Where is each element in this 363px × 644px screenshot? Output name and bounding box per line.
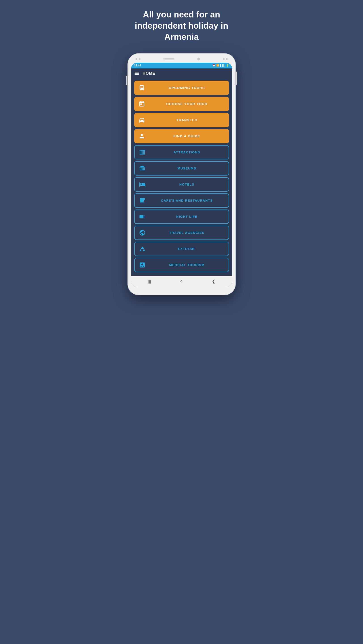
cafe-icon xyxy=(138,196,146,204)
globe-icon xyxy=(138,229,146,237)
nightlife-label: NIGHT LIFE xyxy=(149,215,225,218)
power-button xyxy=(236,72,237,85)
svg-rect-10 xyxy=(140,215,140,216)
bottom-navigation: ||| ○ ❮ xyxy=(131,276,232,287)
svg-rect-1 xyxy=(141,150,141,154)
svg-point-16 xyxy=(142,246,143,247)
hamburger-line xyxy=(135,74,139,75)
travel-agencies-button[interactable]: TRAVEL AGENCIES xyxy=(134,226,229,240)
phone-shell: 22:46 ⏰ 📶 ▌▌▌ 🔋 HOME xyxy=(128,54,235,295)
travel-agencies-label: TRAVEL AGENCIES xyxy=(149,231,225,234)
top-dots xyxy=(136,58,140,60)
extreme-button[interactable]: EXTREME xyxy=(134,242,229,256)
status-time: 22:46 xyxy=(134,64,141,67)
upcoming-tours-label: UPCOMING TOURS xyxy=(148,86,226,90)
hamburger-line xyxy=(135,72,139,72)
transfer-button[interactable]: TRANSFER xyxy=(134,113,229,127)
hotels-button[interactable]: HOTELS xyxy=(134,177,229,192)
svg-point-14 xyxy=(140,249,141,251)
attractions-label: ATTRACTIONS xyxy=(149,150,225,154)
status-bar: 22:46 ⏰ 📶 ▌▌▌ 🔋 xyxy=(131,62,232,68)
wifi-icon: 📶 xyxy=(216,64,219,67)
svg-rect-4 xyxy=(144,150,145,154)
home-button[interactable]: ○ xyxy=(180,279,183,284)
bus-icon xyxy=(138,84,146,92)
hamburger-line xyxy=(135,73,139,74)
svg-rect-11 xyxy=(143,216,145,216)
signal-icon: ▌▌▌ xyxy=(220,64,225,67)
nightlife-button[interactable]: NIGHT LIFE xyxy=(134,210,229,224)
nightlife-icon xyxy=(138,213,146,221)
back-button[interactable]: ❮ xyxy=(212,279,216,284)
battery-icon: 🔋 xyxy=(226,64,229,67)
upcoming-tours-button[interactable]: UPCOMING TOURS xyxy=(134,81,229,95)
cafes-label: CAFE'S AND RESTAURANTS xyxy=(149,199,225,202)
hamburger-menu[interactable] xyxy=(135,72,139,75)
phone-bottom xyxy=(131,287,232,289)
phone-top xyxy=(131,58,232,62)
guide-icon xyxy=(138,132,146,140)
calendar-icon xyxy=(138,100,146,108)
car-icon xyxy=(138,116,146,124)
svg-rect-6 xyxy=(139,154,145,154)
home-icon: ○ xyxy=(180,279,183,284)
cafes-button[interactable]: CAFE'S AND RESTAURANTS xyxy=(134,194,229,208)
choose-your-tour-button[interactable]: CHOOSE YOUR TOUR xyxy=(134,97,229,111)
top-dot xyxy=(226,58,228,60)
find-a-guide-button[interactable]: FIND A GUIDE xyxy=(134,129,229,143)
recent-apps-button[interactable]: ||| xyxy=(148,279,151,284)
medical-tourism-label: MEDICAL TOURISM xyxy=(149,263,225,267)
find-a-guide-label: FIND A GUIDE xyxy=(148,134,226,138)
back-icon: ❮ xyxy=(212,279,216,284)
front-camera xyxy=(197,58,200,60)
hotel-icon xyxy=(138,180,146,188)
columns-icon xyxy=(138,148,146,156)
medical-tourism-button[interactable]: MEDICAL TOURISM xyxy=(134,258,229,272)
svg-rect-13 xyxy=(143,218,144,218)
attractions-button[interactable]: ATTRACTIONS xyxy=(134,145,229,160)
recent-apps-icon: ||| xyxy=(148,279,151,284)
alarm-icon: ⏰ xyxy=(212,64,216,67)
hotels-label: HOTELS xyxy=(149,183,225,186)
phone-screen: 22:46 ⏰ 📶 ▌▌▌ 🔋 HOME xyxy=(131,62,232,287)
hero-title: All you need for an independent holiday … xyxy=(119,9,244,42)
top-dot xyxy=(139,58,140,60)
museum-icon xyxy=(138,164,146,172)
museums-button[interactable]: MUSEUMS xyxy=(134,161,229,176)
top-bar xyxy=(163,58,174,60)
svg-rect-3 xyxy=(143,150,144,154)
svg-rect-2 xyxy=(142,150,142,154)
top-dot xyxy=(223,58,224,60)
medical-icon xyxy=(138,261,146,269)
page-wrapper: All you need for an independent holiday … xyxy=(119,9,244,295)
extreme-icon xyxy=(138,245,146,253)
extreme-label: EXTREME xyxy=(149,247,225,251)
nav-title: HOME xyxy=(143,71,156,76)
svg-point-9 xyxy=(141,217,142,218)
top-dot xyxy=(136,58,137,60)
svg-rect-12 xyxy=(143,217,145,217)
volume-button xyxy=(126,76,127,85)
nav-bar: HOME xyxy=(131,68,232,78)
choose-your-tour-label: CHOOSE YOUR TOUR xyxy=(148,102,226,106)
transfer-label: TRANSFER xyxy=(148,118,226,122)
svg-rect-0 xyxy=(140,150,140,154)
museums-label: MUSEUMS xyxy=(149,166,225,170)
svg-rect-5 xyxy=(139,150,145,151)
status-icons: ⏰ 📶 ▌▌▌ 🔋 xyxy=(212,64,229,67)
top-dots-right xyxy=(223,58,228,60)
svg-point-15 xyxy=(143,249,145,251)
screen-content: UPCOMING TOURS CHOOSE YOUR TOUR xyxy=(131,78,232,276)
